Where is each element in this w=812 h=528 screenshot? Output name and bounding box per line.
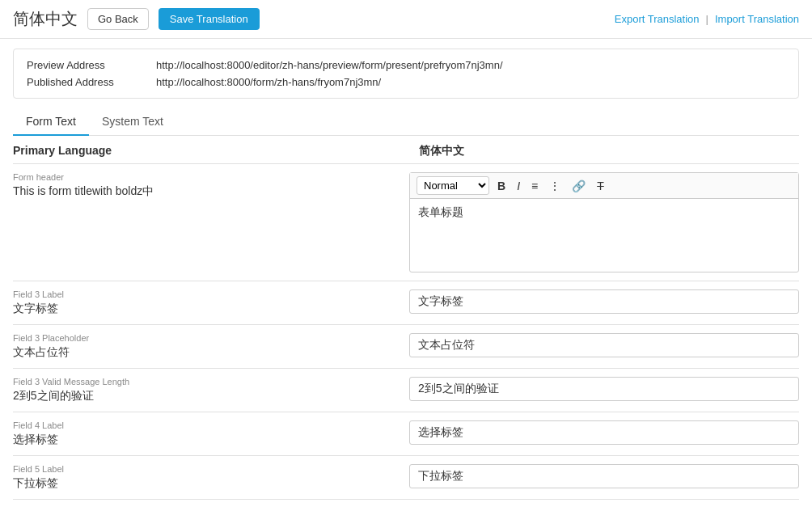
field-value-field4-label: 选择标签: [13, 433, 396, 447]
tab-form-text[interactable]: Form Text: [13, 108, 89, 136]
translation-language-header: 简体中文: [409, 144, 799, 158]
address-panel: Preview Address http://localhost:8000/ed…: [13, 49, 799, 99]
tabs-bar: Form Text System Text: [13, 108, 799, 136]
field-value-form-header: This is form titlewith boldz中: [13, 184, 396, 199]
columns-header: Primary Language 简体中文: [13, 136, 799, 164]
header-left: 简体中文 Go Back Save Translation: [13, 8, 260, 30]
field-value-field3-label: 文字标签: [13, 302, 396, 316]
table-row: Field 5 Label 下拉标签: [13, 456, 799, 500]
translation-input-field3-label[interactable]: [409, 289, 799, 314]
primary-col-field3-placeholder: Field 3 Placeholder 文本占位符: [13, 333, 409, 360]
field-meta-field3-valid: Field 3 Valid Message Length: [13, 377, 396, 386]
page-title: 简体中文: [13, 8, 78, 30]
field-meta-field3-label: Field 3 Label: [13, 289, 396, 299]
translation-col-field3-valid: [409, 377, 799, 401]
table-row: Field 3 Valid Message Length 2到5之间的验证: [13, 369, 799, 412]
unordered-list-button[interactable]: ⋮: [546, 178, 564, 194]
field-meta-field5-label: Field 5 Label: [13, 464, 396, 474]
translation-col-field3-label: [409, 289, 799, 314]
format-select[interactable]: Normal Heading 1 Heading 2 Heading 3: [417, 176, 489, 195]
header-right: Export Translation | Import Translation: [615, 13, 799, 25]
primary-language-header: Primary Language: [13, 144, 409, 158]
preview-address-value: http://localhost:8000/editor/zh-hans/pre…: [156, 59, 503, 71]
italic-button[interactable]: I: [514, 178, 523, 194]
table-row: Field 4 Label 选择标签: [13, 412, 799, 456]
tab-system-text[interactable]: System Text: [89, 108, 176, 136]
go-back-button[interactable]: Go Back: [87, 8, 149, 30]
preview-address-row: Preview Address http://localhost:8000/ed…: [27, 59, 785, 71]
field-meta-form-header: Form header: [13, 172, 396, 182]
field-value-field3-placeholder: 文本占位符: [13, 345, 396, 360]
preview-address-label: Preview Address: [27, 59, 156, 71]
header-divider: |: [706, 13, 708, 25]
table-row: Form header This is form titlewith boldz…: [13, 164, 799, 281]
clear-format-button[interactable]: T: [594, 178, 607, 194]
translation-col-field5-label: [409, 464, 799, 488]
rich-editor-form-header: Normal Heading 1 Heading 2 Heading 3 B I…: [409, 172, 799, 272]
translation-input-field3-valid[interactable]: [409, 377, 799, 401]
save-translation-button[interactable]: Save Translation: [159, 8, 260, 30]
published-address-row: Published Address http://localhost:8000/…: [27, 76, 785, 88]
export-translation-link[interactable]: Export Translation: [615, 13, 700, 25]
primary-col-field4-label: Field 4 Label 选择标签: [13, 420, 409, 447]
field-value-field5-label: 下拉标签: [13, 476, 396, 491]
table-row: Field 3 Label 文字标签: [13, 281, 799, 325]
primary-col-field3-valid: Field 3 Valid Message Length 2到5之间的验证: [13, 377, 409, 403]
primary-col-field3-label: Field 3 Label 文字标签: [13, 289, 409, 316]
rich-editor-body[interactable]: 表单标题: [410, 199, 798, 272]
translation-input-field3-placeholder[interactable]: [409, 333, 799, 357]
primary-col-field5-label: Field 5 Label 下拉标签: [13, 464, 409, 491]
header-bar: 简体中文 Go Back Save Translation Export Tra…: [0, 0, 812, 39]
translation-input-field5-label[interactable]: [409, 464, 799, 488]
published-address-label: Published Address: [27, 76, 156, 88]
ordered-list-button[interactable]: ≡: [528, 178, 541, 194]
field-value-field3-valid: 2到5之间的验证: [13, 389, 396, 403]
table-row: Field 3 Placeholder 文本占位符: [13, 325, 799, 369]
primary-col-form-header: Form header This is form titlewith boldz…: [13, 172, 409, 199]
rich-toolbar: Normal Heading 1 Heading 2 Heading 3 B I…: [410, 173, 798, 199]
import-translation-link[interactable]: Import Translation: [715, 13, 799, 25]
field-meta-field4-label: Field 4 Label: [13, 420, 396, 430]
bold-button[interactable]: B: [494, 178, 509, 194]
link-button[interactable]: 🔗: [569, 178, 589, 194]
published-address-value: http://localhost:8000/form/zh-hans/fryom…: [156, 76, 381, 88]
field-meta-field3-placeholder: Field 3 Placeholder: [13, 333, 396, 343]
main-content: Primary Language 简体中文 Form header This i…: [0, 136, 812, 500]
translation-col-form-header: Normal Heading 1 Heading 2 Heading 3 B I…: [409, 172, 799, 272]
translation-col-field4-label: [409, 420, 799, 445]
translation-input-field4-label[interactable]: [409, 420, 799, 445]
translation-col-field3-placeholder: [409, 333, 799, 357]
